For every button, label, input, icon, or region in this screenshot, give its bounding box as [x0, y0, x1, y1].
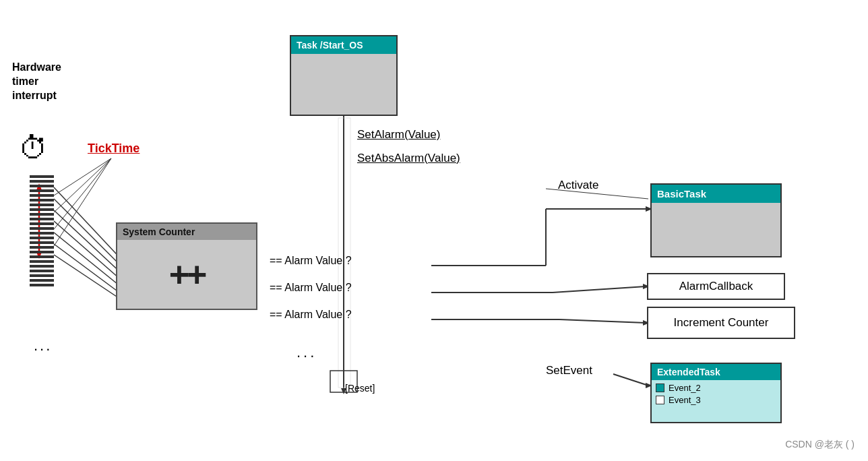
- svg-line-21: [613, 374, 648, 386]
- hw-timer-label: Hardware timer interrupt: [12, 61, 61, 102]
- task-start-os-header: Task /Start_OS: [291, 36, 396, 54]
- system-counter-label: System Counter: [117, 224, 256, 240]
- tick-time-label: TickTime: [88, 142, 140, 156]
- basic-task-label: Task: [684, 188, 706, 199]
- svg-line-19: [559, 319, 646, 323]
- svg-line-16: [553, 286, 646, 293]
- svg-line-26: [54, 158, 111, 229]
- system-counter-box: System Counter ++: [116, 222, 257, 310]
- event-2-label: Event_3: [669, 395, 701, 405]
- diagram-container: Hardware timer interrupt ⏱ ... TickTime: [0, 0, 868, 461]
- alarm-value-3: == Alarm Value ?: [270, 309, 352, 321]
- svg-line-5: [54, 244, 125, 297]
- alarm-value-2: == Alarm Value ?: [270, 282, 352, 294]
- event-1-label: Event_2: [669, 383, 701, 393]
- plusplus-symbol: ++: [169, 254, 205, 295]
- setevent-label: SetEvent: [546, 364, 592, 377]
- csdn-watermark: CSDN @老灰 ( ): [785, 439, 855, 451]
- svg-line-2: [54, 210, 125, 276]
- basic-task-body: [652, 203, 780, 256]
- set-abs-alarm-label: SetAbsAlarm(Value): [357, 152, 460, 165]
- alarm-value-1: == Alarm Value ?: [270, 255, 352, 267]
- svg-line-3: [54, 221, 125, 283]
- extended-bold-label: Extended: [657, 367, 700, 377]
- task-start-os-body: [291, 54, 396, 115]
- svg-line-0: [54, 187, 125, 263]
- svg-line-24: [54, 158, 111, 195]
- event-2-item: Event_3: [656, 395, 776, 405]
- extended-task-body: Event_2 Event_3: [652, 380, 780, 422]
- dots-bottom-left: ...: [34, 337, 52, 355]
- dots-middle: ...: [297, 344, 317, 361]
- svg-rect-23: [338, 118, 350, 388]
- extended-task-header: ExtendedTask: [652, 364, 780, 380]
- basic-task-header: BasicTask: [652, 185, 780, 203]
- reset-label: [Reset]: [345, 383, 375, 394]
- basic-bold-label: Basic: [657, 188, 684, 199]
- activate-label: Activate: [558, 179, 598, 192]
- alarm-callback-box: AlarmCallback: [647, 273, 785, 300]
- extended-task-label: Task: [700, 367, 720, 377]
- system-counter-body: ++: [117, 240, 256, 309]
- svg-line-6: [54, 255, 125, 302]
- svg-line-25: [54, 158, 111, 212]
- event-2-checkbox: [656, 396, 664, 404]
- svg-line-27: [54, 158, 111, 246]
- set-alarm-label: SetAlarm(Value): [357, 128, 440, 142]
- increment-counter-box: Increment Counter: [647, 307, 795, 339]
- event-1-checkbox: [656, 383, 664, 392]
- extended-task-box: ExtendedTask Event_2 Event_3: [650, 363, 782, 423]
- barcode-container: [30, 175, 54, 286]
- svg-line-4: [54, 233, 125, 290]
- svg-line-1: [54, 199, 125, 270]
- event-1-item: Event_2: [656, 383, 776, 393]
- basic-task-box: BasicTask: [650, 183, 782, 257]
- stopwatch-icon: ⏱: [19, 131, 49, 165]
- task-start-os-box: Task /Start_OS: [290, 35, 398, 116]
